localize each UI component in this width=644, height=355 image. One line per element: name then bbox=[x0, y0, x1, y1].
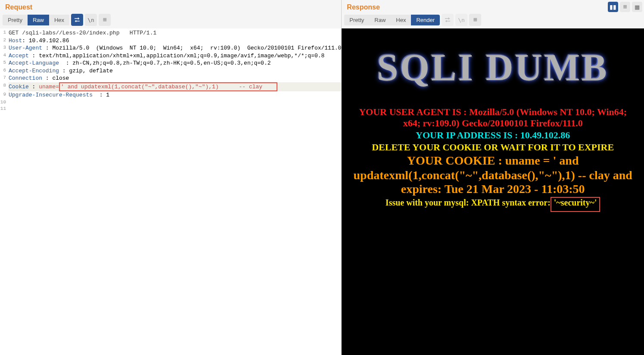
response-render: SQLI DUMB YOUR USER AGENT IS : Mozilla/5… bbox=[342, 28, 644, 355]
top-right-controls: ▮▮ ▦ bbox=[606, 0, 644, 14]
response-title: Response bbox=[342, 0, 385, 14]
menu-icon[interactable] bbox=[99, 14, 111, 26]
line-number: 6 bbox=[0, 67, 9, 75]
cookie-line-2: updatexml(1,concat("~",database(),"~"),1… bbox=[350, 168, 635, 196]
layout-icon-1[interactable] bbox=[620, 2, 630, 12]
line-content[interactable]: Accept-Language : zh-CN,zh;q=0.8,zh-TW;q… bbox=[9, 59, 341, 67]
resp-wrap-icon: \n bbox=[455, 14, 467, 26]
response-toolbar: Pretty Raw Hex Render \n bbox=[342, 14, 644, 28]
tab-raw[interactable]: Raw bbox=[28, 15, 49, 25]
line-content[interactable]: Cookie : uname=' and updatexml(1,concat(… bbox=[9, 82, 341, 92]
line-content[interactable]: Host: 10.49.102.86 bbox=[9, 37, 341, 45]
request-panel: Request Pretty Raw Hex \n 1GET /sqli-lab… bbox=[0, 0, 342, 355]
issue-prefix: Issue with your mysql: XPATH syntax erro… bbox=[386, 198, 551, 207]
code-line[interactable]: 10 bbox=[0, 99, 341, 106]
play-icon[interactable]: ▮▮ bbox=[608, 2, 618, 12]
line-content[interactable]: Connection : close bbox=[9, 75, 341, 82]
cookie-line-1: YOUR COOKIE : uname = ' and bbox=[350, 154, 635, 168]
tab-pretty[interactable]: Pretty bbox=[3, 15, 28, 25]
security-result-box: '~security~' bbox=[551, 197, 600, 212]
arrows-icon[interactable] bbox=[71, 14, 83, 26]
mysql-error-line: Issue with your mysql: XPATH syntax erro… bbox=[350, 197, 635, 212]
code-line[interactable]: 11 bbox=[0, 106, 341, 112]
sqli-logo: SQLI DUMB bbox=[350, 46, 635, 89]
line-number: 7 bbox=[0, 75, 9, 82]
line-number: 10 bbox=[0, 99, 9, 106]
user-agent-line: YOUR USER AGENT IS : Mozilla/5.0 (Window… bbox=[350, 106, 635, 129]
line-number: 4 bbox=[0, 52, 9, 60]
resp-menu-icon[interactable] bbox=[469, 14, 481, 26]
ip-label: YOUR IP ADDRESS IS : bbox=[416, 130, 520, 140]
line-number: 9 bbox=[0, 91, 9, 99]
code-line[interactable]: 5Accept-Language : zh-CN,zh;q=0.8,zh-TW;… bbox=[0, 59, 341, 67]
ip-value: 10.49.102.86 bbox=[520, 130, 570, 140]
code-line[interactable]: 8Cookie : uname=' and updatexml(1,concat… bbox=[0, 82, 341, 92]
line-content[interactable]: GET /sqli-labs//Less-20/index.php HTTP/1… bbox=[9, 29, 341, 37]
line-number: 2 bbox=[0, 37, 9, 45]
line-content[interactable]: Accept : text/html,application/xhtml+xml… bbox=[9, 52, 341, 60]
resp-arrows-icon bbox=[442, 14, 454, 26]
request-code[interactable]: 1GET /sqli-labs//Less-20/index.php HTTP/… bbox=[0, 28, 341, 355]
line-number: 3 bbox=[0, 44, 9, 52]
code-line[interactable]: 3User-Agent : Mozilla/5.0 (Windows NT 10… bbox=[0, 44, 341, 52]
delete-cookie-line: DELETE YOUR COOKIE OR WAIT FOR IT TO EXP… bbox=[350, 142, 635, 153]
line-content[interactable]: User-Agent : Mozilla/5.0 (Windows NT 10.… bbox=[9, 44, 341, 52]
code-line[interactable]: 4Accept : text/html,application/xhtml+xm… bbox=[0, 52, 341, 60]
line-content[interactable] bbox=[9, 99, 341, 106]
request-tabs: Pretty Raw Hex bbox=[3, 15, 69, 25]
tab-resp-hex[interactable]: Hex bbox=[391, 15, 411, 25]
response-tabs: Pretty Raw Hex Render bbox=[344, 15, 440, 25]
code-line[interactable]: 2Host: 10.49.102.86 bbox=[0, 37, 341, 45]
line-number: 8 bbox=[0, 82, 9, 92]
tab-hex[interactable]: Hex bbox=[49, 15, 69, 25]
code-line[interactable]: 6Accept-Encoding : gzip, deflate bbox=[0, 67, 341, 75]
code-line[interactable]: 1GET /sqli-labs//Less-20/index.php HTTP/… bbox=[0, 29, 341, 37]
tab-resp-raw[interactable]: Raw bbox=[369, 15, 391, 25]
ua-label: YOUR USER AGENT IS : bbox=[359, 106, 469, 117]
request-title: Request bbox=[0, 0, 341, 14]
tab-resp-render[interactable]: Render bbox=[411, 15, 440, 25]
line-number: 5 bbox=[0, 59, 9, 67]
wrap-icon[interactable]: \n bbox=[85, 14, 97, 26]
tab-resp-pretty[interactable]: Pretty bbox=[344, 15, 369, 25]
request-toolbar: Pretty Raw Hex \n bbox=[0, 14, 341, 28]
code-line[interactable]: 7Connection : close bbox=[0, 75, 341, 82]
layout-icon-2[interactable]: ▦ bbox=[632, 2, 642, 12]
line-number: 11 bbox=[0, 106, 9, 112]
ip-line: YOUR IP ADDRESS IS : 10.49.102.86 bbox=[350, 130, 635, 141]
line-content[interactable] bbox=[9, 106, 341, 112]
code-line[interactable]: 9Upgrade-Insecure-Requests : 1 bbox=[0, 91, 341, 99]
line-content[interactable]: Accept-Encoding : gzip, deflate bbox=[9, 67, 341, 75]
response-panel: Response ▮▮ ▦ Pretty Raw Hex Render \n S… bbox=[342, 0, 644, 355]
line-number: 1 bbox=[0, 29, 9, 37]
line-content[interactable]: Upgrade-Insecure-Requests : 1 bbox=[9, 91, 341, 99]
